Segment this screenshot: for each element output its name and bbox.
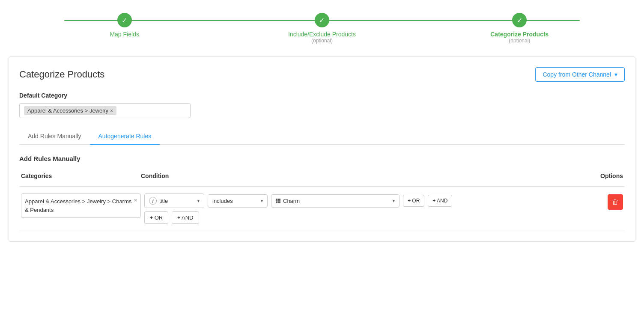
default-category-tag-close[interactable]: × [110,108,113,114]
add-condition-row: + OR + AND [144,211,577,224]
inline-or-button[interactable]: + OR [403,195,424,207]
default-category-label: Default Category [19,92,625,99]
add-and-button[interactable]: + AND [172,211,199,224]
inline-and-button[interactable]: + AND [428,195,452,207]
add-or-button[interactable]: + OR [144,211,168,224]
operator-selector[interactable]: includes ▾ [208,194,268,208]
operator-value: includes [212,198,233,204]
rule-options-cell: 🗑 [580,193,623,210]
page-title: Categorize Products [19,69,104,80]
step-categorize-sublabel: (optional) [509,38,530,44]
rule-category-tag-close[interactable]: × [134,197,137,203]
stepper: ✓ Map Fields ✓ Include/Exclude Products … [0,0,644,52]
value-selector[interactable]: Charm ▾ [271,194,400,208]
step-map-fields-label: Map Fields [110,31,139,38]
card-header: Categorize Products Copy from Other Chan… [19,67,625,82]
rules-table-header: Categories Condition Options [19,169,625,187]
field-selector[interactable]: f title ▾ [144,193,204,208]
rules-section-title: Add Rules Manually [19,155,625,162]
field-chevron-icon: ▾ [197,199,200,203]
step-include-exclude-sublabel: (optional) [311,38,333,44]
tab-autogenerate-rules[interactable]: Autogenerate Rules [90,128,160,145]
step-map-fields: ✓ Map Fields [26,13,223,38]
value-type-icon [276,199,280,203]
rule-condition-cell: f title ▾ includes ▾ [144,193,577,224]
copy-button-chevron-icon: ▾ [614,71,617,78]
rules-tabs: Add Rules Manually Autogenerate Rules [19,128,625,145]
delete-rule-button[interactable]: 🗑 [608,194,623,210]
col-header-categories: Categories [19,169,139,183]
default-category-tag: Apparel & Accessories > Jewelry × [24,106,116,115]
value-text: Charm [283,198,300,204]
delete-icon: 🗑 [612,198,619,206]
rule-category-tag-text: Apparel & Accessories > Jewelry > Charms… [25,197,134,214]
step-categorize-label: Categorize Products [490,31,549,38]
value-chevron-icon: ▾ [393,199,395,203]
col-header-options: Options [582,169,625,183]
step-include-exclude-circle: ✓ [315,13,329,27]
step-include-exclude-label: Include/Exclude Products [288,31,356,38]
default-category-tag-text: Apparel & Accessories > Jewelry [27,107,108,114]
field-type-icon: f [149,197,157,205]
step-categorize: ✓ Categorize Products (optional) [421,13,618,44]
operator-chevron-icon: ▾ [261,199,263,203]
table-row: Apparel & Accessories > Jewelry > Charms… [19,187,625,231]
step-map-fields-circle: ✓ [117,13,132,27]
default-category-section: Default Category Apparel & Accessories >… [19,92,625,118]
main-card: Categorize Products Copy from Other Chan… [9,56,635,242]
step-include-exclude: ✓ Include/Exclude Products (optional) [223,13,420,44]
copy-button-label: Copy from Other Channel [543,71,611,78]
default-category-input[interactable]: Apparel & Accessories > Jewelry × [19,103,191,118]
rules-section: Add Rules Manually Categories Condition … [19,155,625,231]
rule-category-tag-box: Apparel & Accessories > Jewelry > Charms… [21,193,141,218]
step-categorize-circle: ✓ [512,13,527,27]
rule-category-cell: Apparel & Accessories > Jewelry > Charms… [21,193,141,218]
field-value: title [159,198,168,204]
tab-add-rules-manually[interactable]: Add Rules Manually [19,128,90,145]
condition-row: f title ▾ includes ▾ [144,193,577,208]
copy-from-other-channel-button[interactable]: Copy from Other Channel ▾ [535,67,625,82]
col-header-condition: Condition [139,169,582,183]
